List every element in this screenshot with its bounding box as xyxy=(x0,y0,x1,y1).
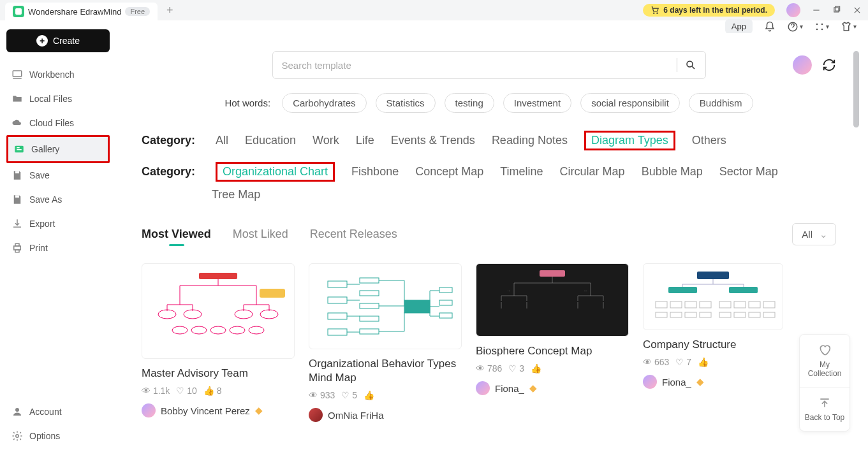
category-item[interactable]: Others xyxy=(692,134,726,147)
svg-rect-11 xyxy=(15,195,19,198)
new-tab-button[interactable]: + xyxy=(166,4,173,17)
app-tab[interactable]: Wondershare EdrawMind Free xyxy=(5,3,158,20)
svg-rect-62 xyxy=(656,312,667,317)
category-item[interactable]: Timeline xyxy=(500,165,543,178)
hot-word-chip[interactable]: social responsibilit xyxy=(580,93,680,113)
template-card[interactable]: ······ Biosphere Concept Map 👁 786 ♡ 3 👍… xyxy=(476,263,629,422)
svg-rect-55 xyxy=(670,301,682,308)
trial-banner[interactable]: 6 days left in the trial period. xyxy=(643,4,775,17)
sort-mostviewed[interactable]: Most Viewed xyxy=(142,228,211,241)
template-cards: Master Advisory Team 👁 1.1k ♡ 10 👍 8 Bob… xyxy=(142,263,836,422)
app-logo-icon xyxy=(13,6,24,17)
sidebar-item-save[interactable]: Save xyxy=(6,163,110,187)
category-item[interactable]: Bubble Map xyxy=(642,165,703,178)
svg-point-0 xyxy=(654,13,654,13)
template-card[interactable]: Master Advisory Team 👁 1.1k ♡ 10 👍 8 Bob… xyxy=(142,263,295,422)
sort-mostliked[interactable]: Most Liked xyxy=(233,228,288,241)
svg-rect-51 xyxy=(697,272,729,279)
hot-word-chip[interactable]: Investment xyxy=(503,93,571,113)
user-avatar[interactable] xyxy=(793,55,812,75)
svg-rect-63 xyxy=(670,312,682,317)
svg-point-28 xyxy=(260,310,278,319)
category-item-diagramtypes[interactable]: Diagram Types xyxy=(584,131,675,150)
svg-point-27 xyxy=(235,310,253,319)
diamond-icon: ◆ xyxy=(529,382,537,394)
grid-icon xyxy=(814,22,825,32)
category-item[interactable]: Circular Map xyxy=(560,165,625,178)
gallery-icon xyxy=(13,143,25,155)
sidebar-item-print[interactable]: Print xyxy=(6,236,110,260)
sidebar-item-label: Local Files xyxy=(29,94,72,104)
category-item[interactable]: Sector Map xyxy=(719,165,778,178)
sidebar-item-account[interactable]: Account xyxy=(6,400,110,424)
category-item[interactable]: Events & Trends xyxy=(391,134,475,147)
grid-dropdown[interactable]: ▾ xyxy=(814,22,829,32)
svg-rect-37 xyxy=(328,297,347,303)
template-author: Fiona_ ◆ xyxy=(476,381,629,395)
help-dropdown[interactable]: ▾ xyxy=(787,21,803,33)
close-button[interactable] xyxy=(853,6,862,15)
category-item[interactable]: Education xyxy=(245,134,296,147)
category-item[interactable]: All xyxy=(216,134,228,147)
svg-line-23 xyxy=(692,66,695,69)
category-row-1: Category: All Education Work Life Events… xyxy=(142,131,836,150)
save-icon xyxy=(11,170,23,181)
filter-dropdown[interactable]: All xyxy=(792,223,836,245)
svg-rect-52 xyxy=(668,287,697,293)
user-avatar[interactable] xyxy=(786,3,800,17)
scrollbar[interactable] xyxy=(853,51,859,127)
category-item[interactable]: Concept Map xyxy=(415,165,483,178)
sidebar-item-options[interactable]: Options xyxy=(6,424,110,448)
sidebar-item-label: Export xyxy=(29,219,55,229)
refresh-icon[interactable] xyxy=(822,58,836,72)
sidebar-item-saveas[interactable]: Save As xyxy=(6,187,110,212)
float-panel: My Collection Back to Top xyxy=(799,334,850,432)
template-card[interactable]: Organizational Behavior Types Mind Map 👁… xyxy=(309,263,462,422)
svg-rect-40 xyxy=(360,278,379,283)
sidebar-item-cloudfiles[interactable]: Cloud Files xyxy=(6,111,110,135)
svg-rect-39 xyxy=(328,329,347,335)
sidebar-item-label: Gallery xyxy=(31,144,59,154)
svg-text:···: ··· xyxy=(584,289,587,293)
heart-icon xyxy=(818,344,831,356)
category-item[interactable]: Fishbone xyxy=(351,165,399,178)
category-item[interactable]: Work xyxy=(313,134,339,147)
sort-recent[interactable]: Recent Releases xyxy=(310,228,397,241)
category-item-orgchart[interactable]: Organizational Chart xyxy=(216,162,335,182)
search-icon[interactable] xyxy=(685,59,696,71)
template-card[interactable]: Company Structure 👁 663 ♡ 7 👍 Fiona_ ◆ xyxy=(643,263,783,422)
category-item[interactable]: Tree Map xyxy=(212,188,260,201)
sidebar-item-export[interactable]: Export xyxy=(6,212,110,236)
search-placeholder: Search template xyxy=(282,60,351,71)
svg-rect-14 xyxy=(15,250,19,252)
app-pill[interactable]: App xyxy=(725,19,753,34)
sidebar-item-localfiles[interactable]: Local Files xyxy=(6,87,110,111)
category-item[interactable]: Reading Notes xyxy=(492,134,568,147)
sidebar-item-workbench[interactable]: Workbench xyxy=(6,62,110,87)
author-name: Fiona_ xyxy=(495,383,524,394)
sort-row: Most Viewed Most Liked Recent Releases A… xyxy=(142,223,836,245)
sidebar-item-gallery[interactable]: Gallery xyxy=(6,135,110,163)
hot-word-chip[interactable]: Statistics xyxy=(376,93,436,113)
maximize-button[interactable] xyxy=(832,6,841,15)
minimize-button[interactable] xyxy=(812,6,821,15)
svg-point-1 xyxy=(657,13,658,13)
create-button[interactable]: + Create xyxy=(6,29,110,52)
hot-word-chip[interactable]: testing xyxy=(445,93,494,113)
category-item[interactable]: Life xyxy=(356,134,374,147)
template-stats: 👁 933 ♡ 5 👍 xyxy=(309,390,462,400)
template-stats: 👁 1.1k ♡ 10 👍 8 xyxy=(142,386,295,396)
search-input[interactable]: Search template xyxy=(272,51,706,79)
cart-icon xyxy=(651,6,659,15)
print-icon xyxy=(11,242,23,254)
bell-icon[interactable] xyxy=(764,21,776,33)
hot-word-chip[interactable]: Buddhism xyxy=(689,93,753,113)
shirt-dropdown[interactable]: ▾ xyxy=(841,21,857,33)
svg-rect-42 xyxy=(360,303,379,308)
back-to-top-button[interactable]: Back to Top xyxy=(800,387,850,431)
my-collection-button[interactable]: My Collection xyxy=(800,335,850,387)
hot-word-chip[interactable]: Carbohydrates xyxy=(282,93,366,113)
template-title: Company Structure xyxy=(643,338,783,352)
svg-rect-47 xyxy=(439,313,452,318)
template-title: Organizational Behavior Types Mind Map xyxy=(309,357,462,385)
